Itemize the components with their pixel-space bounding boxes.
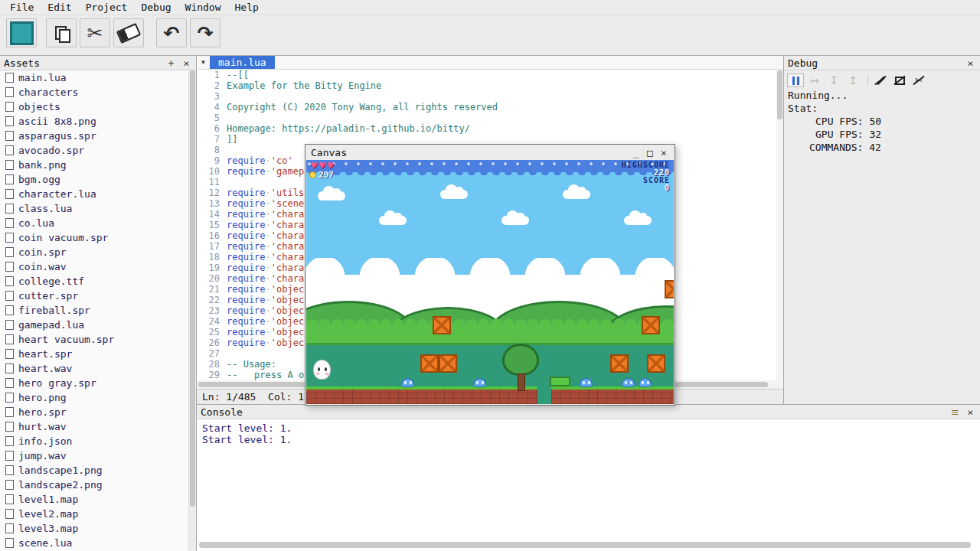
erase-button[interactable] xyxy=(113,18,144,47)
code-line[interactable]: 3 xyxy=(197,91,783,102)
asset-item[interactable]: class.lua xyxy=(0,201,189,216)
asset-item[interactable]: coin vacuum.spr xyxy=(0,230,189,245)
console-body[interactable]: Start level: 1.Start level: 1. xyxy=(197,419,980,448)
game-viewport[interactable]: ♥♥♥ 297 HIGHSCORE 220 SCORE 0 xyxy=(306,160,674,404)
code-line[interactable]: 1--[[ xyxy=(197,70,783,80)
menu-item-project[interactable]: Project xyxy=(79,1,135,14)
debug-gpu-fps: GPU FPS: 32 xyxy=(784,128,980,141)
asset-item[interactable]: ascii 8x8.png xyxy=(0,114,189,129)
minimize-button[interactable]: _ xyxy=(631,147,642,158)
asset-item[interactable]: main.lua xyxy=(0,70,189,85)
code-line[interactable]: 6Homepage: https://paladin-t.github.io/b… xyxy=(197,123,783,134)
canvas-window: Canvas _ □ × xyxy=(305,144,675,406)
menu-item-help[interactable]: Help xyxy=(228,1,266,14)
code-token: · xyxy=(266,337,271,348)
asset-item[interactable]: college.ttf xyxy=(0,274,189,289)
canvas-close-button[interactable]: × xyxy=(658,147,669,158)
asset-item[interactable]: characters xyxy=(0,85,189,99)
redo-button[interactable]: ↷ xyxy=(190,18,220,47)
clear-breakpoints-button[interactable]: ✂ xyxy=(910,73,927,87)
asset-item[interactable]: avocado.spr xyxy=(0,143,189,158)
assets-scroll-thumb[interactable] xyxy=(190,70,195,507)
asset-label: hero.spr xyxy=(18,406,67,418)
asset-item[interactable]: asparagus.spr xyxy=(0,129,189,143)
crate-sprite xyxy=(433,316,451,334)
code-line[interactable]: 5 xyxy=(197,112,783,123)
line-number: 29 xyxy=(197,370,227,380)
asset-item[interactable]: landscape2.png xyxy=(0,478,189,492)
asset-item[interactable]: heart vacuum.spr xyxy=(0,332,189,347)
slime-enemy xyxy=(401,378,414,387)
asset-label: ascii 8x8.png xyxy=(18,116,96,127)
tab-main-lua[interactable]: main.lua xyxy=(210,56,275,69)
coin-icon xyxy=(309,171,316,178)
asset-item[interactable]: co.lua xyxy=(0,216,189,230)
menu-item-debug[interactable]: Debug xyxy=(134,1,178,14)
canvas-title-bar[interactable]: Canvas _ □ × xyxy=(305,145,675,160)
assets-close-button[interactable]: × xyxy=(181,57,192,69)
menu-item-edit[interactable]: Edit xyxy=(41,1,78,14)
line-number: 24 xyxy=(197,316,227,327)
assets-scrollbar[interactable] xyxy=(188,70,196,551)
asset-item[interactable]: heart.spr xyxy=(0,347,189,361)
asset-item[interactable]: hero gray.spr xyxy=(0,376,189,390)
asset-item[interactable]: coin.wav xyxy=(0,259,189,274)
asset-item[interactable]: gamepad.lua xyxy=(0,318,189,332)
asset-item[interactable]: landscape1.png xyxy=(0,463,189,478)
crate-sprite xyxy=(420,354,439,373)
asset-item[interactable]: fireball.spr xyxy=(0,303,189,318)
asset-item[interactable]: coin.spr xyxy=(0,245,189,259)
asset-item[interactable]: cutter.spr xyxy=(0,289,189,303)
asset-item[interactable]: level2.map xyxy=(0,507,189,521)
line-number: 9 xyxy=(197,155,227,166)
grass-ridge xyxy=(306,324,674,345)
asset-item[interactable]: hero.png xyxy=(0,390,189,405)
file-icon xyxy=(5,131,14,141)
code-token: · xyxy=(266,220,271,230)
code-token: · xyxy=(266,327,271,337)
debug-close-button[interactable]: × xyxy=(965,57,976,69)
app-window: FileEditProjectDebugWindowHelp ✂ ↶ ↷ Ass… xyxy=(0,0,980,551)
code-token: 'chara xyxy=(271,262,304,273)
asset-item[interactable]: objects xyxy=(0,99,189,114)
asset-item[interactable]: scene.lua xyxy=(0,536,189,550)
console-close-button[interactable]: × xyxy=(965,406,976,418)
asset-item[interactable]: bgm.ogg xyxy=(0,172,189,187)
editor-vscroll-thumb[interactable] xyxy=(777,70,782,119)
modify-breakpoint-button[interactable] xyxy=(872,73,889,87)
asset-item[interactable]: level3.map xyxy=(0,521,189,536)
asset-item[interactable]: bank.png xyxy=(0,158,189,172)
console-hscroll-thumb[interactable] xyxy=(199,542,971,548)
cut-button[interactable]: ✂ xyxy=(80,18,110,47)
maximize-button[interactable]: □ xyxy=(645,147,655,158)
asset-item[interactable]: heart.wav xyxy=(0,361,189,376)
code-line[interactable]: 4Copyright (C) 2020 Tony Wang, all right… xyxy=(197,102,783,112)
code-line[interactable]: 7]] xyxy=(197,134,783,145)
asset-item[interactable]: hurt.wav xyxy=(0,419,189,434)
brick-ground-right xyxy=(551,386,674,404)
pause-button[interactable] xyxy=(787,73,804,87)
code-token: 'objec xyxy=(271,284,304,295)
undo-button[interactable]: ↶ xyxy=(156,18,187,47)
menu-item-window[interactable]: Window xyxy=(178,1,228,14)
run-button[interactable] xyxy=(6,18,37,47)
asset-label: objects xyxy=(18,101,60,112)
code-line[interactable]: 2Example for the Bitty Engine xyxy=(197,80,783,91)
tab-list-dropdown[interactable]: ▼ xyxy=(197,56,210,69)
asset-item[interactable]: level1.map xyxy=(0,492,189,507)
toggle-breakpoints-button[interactable] xyxy=(891,73,908,87)
asset-label: main.lua xyxy=(18,72,67,83)
add-asset-button[interactable]: + xyxy=(165,57,177,69)
code-token: 'objec xyxy=(271,327,304,337)
asset-item[interactable]: character.lua xyxy=(0,187,189,201)
copy-button[interactable] xyxy=(46,18,77,47)
debug-cpu-fps: CPU FPS: 50 xyxy=(784,115,980,128)
debug-toolbar: ↦ ↧ ↥ ✂ xyxy=(784,70,980,89)
asset-item[interactable]: jump.wav xyxy=(0,448,189,463)
console-menu-icon[interactable]: ≡ xyxy=(949,406,961,418)
menu-item-file[interactable]: File xyxy=(3,1,41,14)
asset-label: gamepad.lua xyxy=(18,319,84,331)
asset-item[interactable]: hero.spr xyxy=(0,405,189,419)
asset-item[interactable]: info.json xyxy=(0,434,189,448)
file-icon xyxy=(5,509,14,519)
